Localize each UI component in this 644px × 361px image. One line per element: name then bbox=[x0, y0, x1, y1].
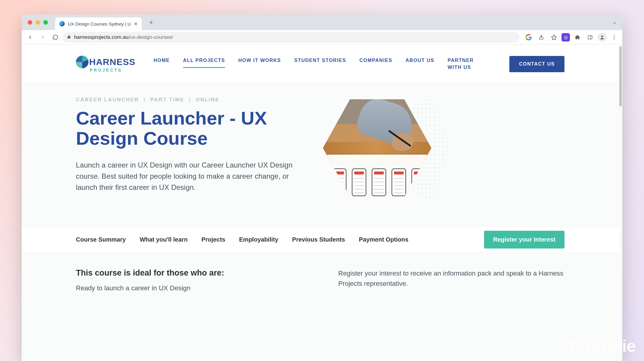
panel-icon[interactable] bbox=[585, 32, 595, 42]
logo-text: HARNESS bbox=[89, 57, 136, 67]
bookmark-star-icon[interactable] bbox=[549, 32, 559, 42]
register-blurb: Register your interest to receive an inf… bbox=[338, 268, 564, 289]
site-logo[interactable]: HARNESS PROJECTS bbox=[76, 56, 136, 73]
window-controls bbox=[28, 20, 48, 25]
svg-point-5 bbox=[614, 37, 615, 38]
toolbar-actions: ◎ bbox=[524, 32, 619, 42]
back-button[interactable] bbox=[25, 32, 36, 43]
crumb-item: CAREER LAUNCHER bbox=[76, 97, 139, 103]
ideal-line: Ready to launch a career in UX Design bbox=[76, 284, 302, 292]
maximize-window-button[interactable] bbox=[43, 20, 48, 25]
site-header: HARNESS PROJECTS HOME ALL PROJECTS HOW I… bbox=[22, 45, 619, 84]
svg-rect-1 bbox=[588, 35, 592, 39]
ideal-for-block: This course is ideal for those who are: … bbox=[76, 268, 302, 292]
minimize-window-button[interactable] bbox=[36, 20, 40, 25]
favicon-icon bbox=[59, 21, 65, 26]
hero-section: CAREER LAUNCHER | PART TIME | ONLINE Car… bbox=[22, 84, 619, 226]
contact-us-button[interactable]: CONTACT US bbox=[509, 56, 564, 72]
section-subnav: Course Summary What you'll learn Project… bbox=[22, 226, 619, 253]
watermark: ProtoPie bbox=[569, 336, 636, 356]
reload-button[interactable] bbox=[50, 32, 61, 43]
register-blurb-block: Register your interest to receive an inf… bbox=[338, 268, 564, 292]
nav-home[interactable]: HOME bbox=[154, 57, 170, 64]
svg-point-4 bbox=[614, 35, 615, 36]
kebab-menu-icon[interactable] bbox=[609, 32, 619, 42]
google-icon[interactable] bbox=[524, 32, 534, 42]
subnav-previous-students[interactable]: Previous Students bbox=[292, 236, 345, 243]
url-text: harnessprojects.com.au/ux-design-courses… bbox=[74, 34, 173, 40]
svg-point-3 bbox=[601, 35, 603, 37]
browser-tab[interactable]: UX Design Courses Sydney | U ✕ bbox=[55, 17, 142, 30]
nav-how-it-works[interactable]: HOW IT WORKS bbox=[238, 57, 281, 64]
subnav-projects[interactable]: Projects bbox=[202, 236, 225, 243]
crumb-separator: | bbox=[144, 97, 146, 103]
hero-meta: CAREER LAUNCHER | PART TIME | ONLINE bbox=[76, 97, 305, 103]
logo-mark-icon bbox=[76, 56, 89, 68]
hero-image bbox=[323, 94, 437, 208]
hero-description: Launch a career in UX Design with our Ca… bbox=[76, 159, 299, 193]
browser-window: UX Design Courses Sydney | U ✕ ＋ ⌄ harne… bbox=[22, 14, 622, 361]
subnav-employability[interactable]: Employability bbox=[239, 236, 278, 243]
new-tab-button[interactable]: ＋ bbox=[146, 17, 156, 27]
details-section: This course is ideal for those who are: … bbox=[22, 253, 619, 292]
extensions-puzzle-icon[interactable] bbox=[572, 32, 583, 42]
subnav-course-summary[interactable]: Course Summary bbox=[76, 236, 126, 243]
lock-icon bbox=[67, 35, 71, 40]
logo-subtext: PROJECTS bbox=[90, 68, 122, 73]
svg-point-6 bbox=[614, 38, 615, 39]
profile-avatar-icon[interactable] bbox=[598, 33, 607, 42]
main-nav: HOME ALL PROJECTS HOW IT WORKS STUDENT S… bbox=[154, 57, 481, 71]
share-icon[interactable] bbox=[536, 32, 546, 42]
crumb-item: ONLINE bbox=[196, 97, 220, 103]
ideal-heading: This course is ideal for those who are: bbox=[76, 268, 302, 278]
crumb-separator: | bbox=[189, 97, 191, 103]
subnav-payment-options[interactable]: Payment Options bbox=[359, 236, 408, 243]
close-window-button[interactable] bbox=[28, 20, 32, 25]
nav-all-projects[interactable]: ALL PROJECTS bbox=[183, 57, 225, 68]
crumb-item: PART TIME bbox=[150, 97, 184, 103]
hero-content: CAREER LAUNCHER | PART TIME | ONLINE Car… bbox=[76, 97, 305, 208]
nav-student-stories[interactable]: STUDENT STORIES bbox=[294, 57, 346, 64]
address-bar[interactable]: harnessprojects.com.au/ux-design-courses… bbox=[63, 32, 519, 43]
page-viewport: HARNESS PROJECTS HOME ALL PROJECTS HOW I… bbox=[22, 45, 622, 361]
nav-partner-with-us[interactable]: PARTNER WITH US bbox=[448, 57, 481, 71]
tab-title: UX Design Courses Sydney | U bbox=[68, 21, 131, 26]
page-title: Career Launcher - UX Design Course bbox=[76, 108, 305, 149]
tabs-dropdown-icon[interactable]: ⌄ bbox=[612, 19, 617, 25]
browser-toolbar: harnessprojects.com.au/ux-design-courses… bbox=[22, 30, 622, 45]
page-scroll[interactable]: HARNESS PROJECTS HOME ALL PROJECTS HOW I… bbox=[22, 45, 619, 361]
tab-strip: UX Design Courses Sydney | U ✕ ＋ ⌄ bbox=[22, 14, 622, 30]
scrollbar[interactable] bbox=[619, 46, 622, 106]
nav-about-us[interactable]: ABOUT US bbox=[405, 57, 434, 64]
register-interest-button[interactable]: Register your Interest bbox=[484, 231, 564, 248]
close-tab-icon[interactable]: ✕ bbox=[134, 21, 138, 27]
extension-icon[interactable]: ◎ bbox=[561, 33, 570, 42]
subnav-what-youll-learn[interactable]: What you'll learn bbox=[140, 236, 188, 243]
forward-button[interactable] bbox=[37, 32, 48, 43]
nav-companies[interactable]: COMPANIES bbox=[359, 57, 392, 64]
